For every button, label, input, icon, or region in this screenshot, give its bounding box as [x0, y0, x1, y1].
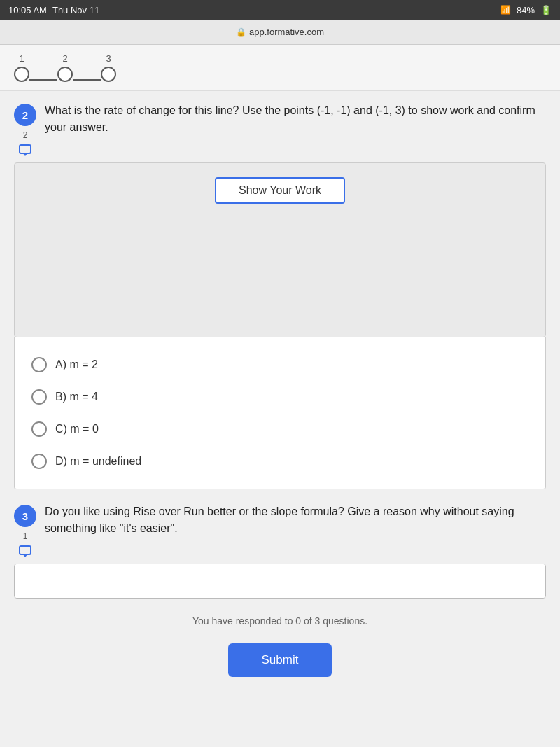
radio-c[interactable]	[31, 421, 47, 437]
status-bar: 10:05 AM Thu Nov 11 📶 84% 🔋	[0, 0, 560, 20]
step-2[interactable]: 2	[57, 53, 73, 82]
radio-a[interactable]	[31, 357, 47, 372]
option-c[interactable]: C) m = 0	[31, 413, 528, 445]
option-c-label: C) m = 0	[55, 423, 99, 435]
option-b[interactable]: B) m = 4	[31, 381, 528, 413]
steps-bar: 1 2 3	[0, 45, 560, 91]
question-3-badge: 3	[14, 505, 36, 527]
time-display: 10:05 AM	[8, 5, 47, 15]
option-d[interactable]: D) m = undefined	[31, 445, 528, 477]
step-1[interactable]: 1	[14, 53, 29, 82]
date-display: Thu Nov 11	[52, 5, 99, 15]
radio-b[interactable]	[31, 389, 47, 405]
question-3-block: 3 1 Do you like using Rise over Run bett…	[0, 489, 560, 555]
step-1-circle	[14, 67, 29, 82]
battery-icon: 🔋	[540, 5, 552, 15]
step-connector-1	[29, 79, 57, 81]
step-connector-2	[73, 79, 101, 81]
question-2-text: What is the rate of change for this line…	[45, 102, 546, 136]
response-status: You have responded to 0 of 3 questions.	[0, 615, 560, 635]
question-3-comment-icon[interactable]	[19, 545, 31, 555]
step-1-label: 1	[19, 53, 24, 64]
work-area: Show Your Work	[14, 162, 546, 337]
wifi-icon: 📶	[500, 5, 511, 15]
question-2-block: 2 2 What is the rate of change for this …	[0, 91, 560, 154]
option-a-label: A) m = 2	[55, 358, 98, 371]
option-a[interactable]: A) m = 2	[31, 349, 528, 381]
question-3-text: Do you like using Rise over Run better o…	[45, 503, 546, 537]
multiple-choice-area: A) m = 2 B) m = 4 C) m = 0 D) m = undefi…	[14, 337, 546, 489]
step-3-label: 3	[106, 53, 111, 64]
submit-button[interactable]: Submit	[228, 643, 332, 677]
question-2-comment-icon[interactable]	[19, 144, 31, 154]
lock-icon	[236, 27, 246, 37]
question-3-points: 1	[23, 531, 28, 541]
step-3[interactable]: 3	[101, 53, 116, 82]
option-d-label: D) m = undefined	[55, 455, 141, 468]
option-b-label: B) m = 4	[55, 391, 98, 403]
question-3-input[interactable]	[15, 564, 545, 598]
radio-d[interactable]	[31, 454, 47, 469]
show-your-work-button[interactable]: Show Your Work	[215, 177, 345, 204]
question-2-points: 2	[23, 130, 28, 140]
step-2-circle	[57, 67, 73, 82]
question-3-input-wrapper	[14, 564, 546, 599]
url-text: app.formative.com	[249, 27, 324, 37]
step-2-label: 2	[62, 53, 67, 64]
step-3-circle	[101, 67, 116, 82]
url-bar: app.formative.com	[0, 20, 560, 45]
question-2-badge: 2	[14, 104, 36, 126]
battery-display: 84%	[517, 5, 535, 15]
